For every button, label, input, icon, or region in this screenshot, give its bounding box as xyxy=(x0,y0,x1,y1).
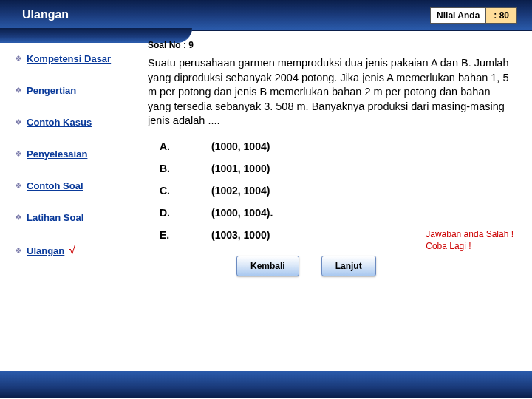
main-panel: Soal No : 9 Suatu perusahaan garmen memp… xyxy=(140,31,532,371)
option-label: D. xyxy=(160,207,211,219)
option-c[interactable]: C. (1002, 1004) xyxy=(160,185,517,197)
bullet-icon: ❖ xyxy=(15,117,22,127)
option-label: E. xyxy=(160,229,211,241)
sidebar-item-kompetensi[interactable]: ❖ Kompetensi Dasar xyxy=(15,53,140,64)
bullet-icon: ❖ xyxy=(15,149,22,159)
bullet-icon: ❖ xyxy=(15,246,22,256)
sidebar-item-label: Penyelesaian xyxy=(27,149,87,160)
page-title: Ulangan xyxy=(0,8,69,21)
option-value: (1001, 1000) xyxy=(211,163,270,174)
option-value: (1002, 1004) xyxy=(211,185,270,197)
sidebar-item-label: Contoh Kasus xyxy=(27,117,92,128)
option-label: B. xyxy=(160,163,211,174)
next-button[interactable]: Lanjut xyxy=(321,256,376,276)
back-button[interactable]: Kembali xyxy=(236,256,299,276)
sidebar-item-contoh-soal[interactable]: ❖ Contoh Soal xyxy=(15,180,140,191)
question-text: Suatu perusahaan garmen memproduksi dua … xyxy=(148,56,517,129)
option-a[interactable]: A. (1000, 1004) xyxy=(160,140,517,152)
bullet-icon: ❖ xyxy=(15,213,22,222)
sidebar-item-ulangan[interactable]: ❖ Ulangan √ xyxy=(15,244,140,257)
score-box: Nilai Anda : 80 xyxy=(430,7,517,24)
option-value: (1003, 1000) xyxy=(211,229,270,241)
sidebar-item-label: Ulangan xyxy=(27,245,64,256)
score-label: Nilai Anda xyxy=(430,7,486,24)
sidebar-item-penyelesaian[interactable]: ❖ Penyelesaian xyxy=(15,149,140,160)
footer-bar xyxy=(0,371,532,398)
option-label: A. xyxy=(160,140,211,152)
feedback-line2: Coba Lagi ! xyxy=(426,241,514,253)
option-d[interactable]: D. (1000, 1004). xyxy=(160,207,517,219)
option-b[interactable]: B. (1001, 1000) xyxy=(160,163,517,174)
option-value: (1000, 1004). xyxy=(211,207,273,219)
sidebar-item-label: Contoh Soal xyxy=(27,180,83,191)
sidebar-item-label: Latihan Soal xyxy=(27,212,83,223)
check-icon: √ xyxy=(69,244,75,257)
bullet-icon: ❖ xyxy=(15,181,22,191)
feedback-message: Jawaban anda Salah ! Coba Lagi ! xyxy=(426,229,514,252)
sidebar-item-latihan-soal[interactable]: ❖ Latihan Soal xyxy=(15,212,140,223)
option-value: (1000, 1004) xyxy=(211,140,270,152)
button-row: Kembali Lanjut xyxy=(236,256,517,276)
sidebar-item-contoh-kasus[interactable]: ❖ Contoh Kasus xyxy=(15,117,140,128)
bullet-icon: ❖ xyxy=(15,86,22,95)
sidebar-item-label: Pengertian xyxy=(27,85,76,96)
bullet-icon: ❖ xyxy=(15,54,22,64)
feedback-line1: Jawaban anda Salah ! xyxy=(426,229,514,241)
option-label: C. xyxy=(160,185,211,197)
question-number: Soal No : 9 xyxy=(148,40,517,50)
header-bar: Ulangan Nilai Anda : 80 xyxy=(0,0,532,31)
options-list: A. (1000, 1004) B. (1001, 1000) C. (1002… xyxy=(160,140,517,241)
sidebar-item-label: Kompetensi Dasar xyxy=(27,53,111,64)
sidebar: ❖ Kompetensi Dasar ❖ Pengertian ❖ Contoh… xyxy=(0,31,140,371)
sidebar-item-pengertian[interactable]: ❖ Pengertian xyxy=(15,85,140,96)
score-value: : 80 xyxy=(486,7,517,24)
